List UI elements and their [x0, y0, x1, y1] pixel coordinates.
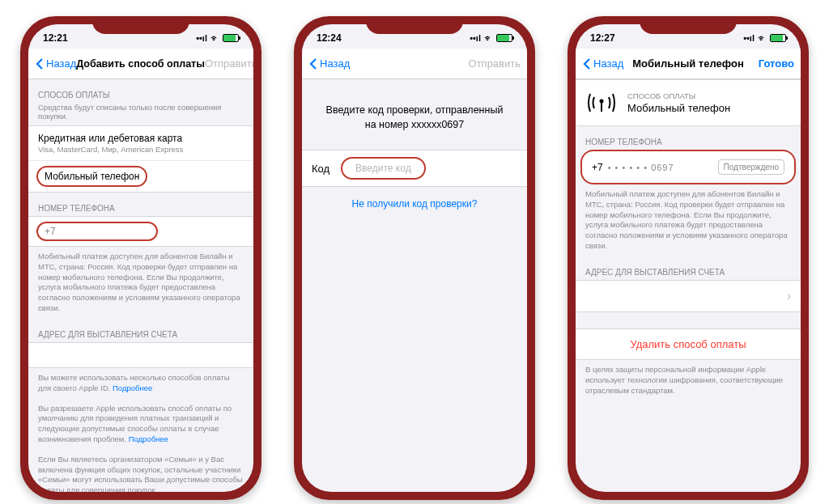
card-sub: Visa, MasterCard, Мир, American Express [38, 145, 244, 154]
footer-3: Если Вы являетесь организатором «Семьи» … [28, 450, 253, 492]
battery-icon [770, 34, 786, 42]
back-label: Назад [320, 57, 350, 70]
code-input-row[interactable]: Код Введите код [302, 150, 527, 187]
status-time: 12:21 [43, 32, 68, 44]
method-value: Мобильный телефон [627, 102, 730, 114]
phone-input-cell[interactable]: +7 [28, 217, 253, 246]
status-time: 12:27 [590, 32, 615, 44]
billing-group[interactable] [28, 342, 253, 368]
footer-2: Вы разрешаете Apple использовать способ … [28, 399, 253, 450]
payment-card-cell[interactable]: Кредитная или дебетовая карта Visa, Mast… [28, 126, 253, 161]
screen-2: 12:24 ••ıl ᯤ Назад Отправить Введите код… [302, 24, 527, 492]
notch [92, 16, 189, 34]
phone-group: +7 [28, 216, 253, 247]
phone-footer: Мобильный платеж доступен для абонентов … [576, 184, 801, 256]
cellular-icon: ••ıl [743, 33, 755, 43]
section-phone: НОМЕР ТЕЛЕФОНА [28, 193, 253, 216]
payment-mobile-cell[interactable]: Мобильный телефон [28, 161, 253, 192]
section-billing: АДРЕС ДЛЯ ВЫСТАВЛЕНИЯ СЧЕТА [576, 256, 801, 280]
method-text: СПОСОБ ОПЛАТЫ Мобильный телефон [627, 91, 730, 114]
phone-prefix: +7 [592, 162, 603, 173]
notch [640, 16, 737, 34]
phone-input-highlight: +7 [36, 222, 158, 241]
phone-prefix: +7 [45, 226, 56, 237]
learn-more-1[interactable]: Подробнее [113, 383, 152, 392]
svg-point-0 [600, 100, 604, 104]
back-button[interactable]: Назад [35, 57, 76, 70]
phone-masked: • • • • • • 0697 [608, 163, 674, 172]
card-title: Кредитная или дебетовая карта [38, 133, 244, 144]
resend-section: Не получили код проверки? [302, 187, 527, 221]
phone-1: 12:21 ••ıl ᯤ Назад Добавить способ оплат… [20, 16, 261, 500]
phone-3: 12:27 ••ıl ᯤ Назад Мобильный телефон Гот… [568, 16, 809, 500]
chevron-left-icon [308, 57, 318, 70]
nav-bar: Назад Добавить способ оплаты Отправить [28, 49, 253, 79]
section-billing: АДРЕС ДЛЯ ВЫСТАВЛЕНИЯ СЧЕТА [28, 319, 253, 342]
phone-2: 12:24 ••ıl ᯤ Назад Отправить Введите код… [294, 16, 535, 500]
method-label: СПОСОБ ОПЛАТЫ [627, 91, 730, 100]
submit-button[interactable]: Отправить [469, 57, 521, 70]
chevron-right-icon: › [787, 289, 791, 303]
security-footer: В целях защиты персональной информации A… [576, 360, 801, 400]
code-input[interactable]: Введите код [341, 157, 426, 180]
code-label: Код [312, 163, 329, 175]
mobile-highlight: Мобильный телефон [36, 166, 147, 187]
section-payment-method: СПОСОБ ОПЛАТЫ [28, 79, 253, 103]
screen-1: 12:21 ••ıl ᯤ Назад Добавить способ оплат… [28, 24, 253, 492]
back-button[interactable]: Назад [308, 57, 350, 70]
status-time: 12:24 [317, 32, 342, 44]
billing-row[interactable]: › [576, 280, 801, 312]
back-label: Назад [46, 57, 76, 70]
status-right: ••ıl ᯤ [470, 33, 512, 43]
cellular-icon: ••ıl [470, 33, 481, 43]
current-method: СПОСОБ ОПЛАТЫ Мобильный телефон [576, 79, 801, 126]
section-payment-sub: Средства будут списаны только после сове… [28, 103, 253, 125]
wifi-icon: ᯤ [484, 33, 493, 43]
content: СПОСОБ ОПЛАТЫ Мобильный телефон НОМЕР ТЕ… [576, 79, 801, 400]
chevron-left-icon [35, 57, 45, 70]
wifi-icon: ᯤ [210, 33, 219, 43]
done-button[interactable]: Готово [759, 57, 794, 70]
mobile-title: Мобильный телефон [45, 171, 139, 182]
delete-payment-button[interactable]: Удалить способ оплаты [576, 328, 801, 360]
learn-more-2[interactable]: Подробнее [129, 434, 168, 443]
status-right: ••ıl ᯤ [743, 33, 786, 43]
cellular-icon: ••ıl [196, 33, 207, 43]
screen-3: 12:27 ••ıl ᯤ Назад Мобильный телефон Гот… [576, 24, 801, 492]
phone-footer: Мобильный платеж доступен для абонентов … [28, 247, 253, 319]
submit-button[interactable]: Отправить [205, 57, 253, 70]
confirmed-badge: Подтверждено [718, 159, 784, 175]
battery-icon [223, 34, 239, 42]
phone-confirmed-row[interactable]: +7 • • • • • • 0697 Подтверждено [580, 150, 796, 184]
verification-prompt: Введите код проверки, отправленный на но… [302, 79, 527, 150]
section-phone: НОМЕР ТЕЛЕФОНА [576, 126, 801, 150]
wifi-icon: ᯤ [758, 33, 767, 43]
nav-bar: Назад Мобильный телефон Готово [576, 49, 801, 79]
resend-link[interactable]: Не получили код проверки? [352, 198, 478, 210]
nav-title: Добавить способ оплаты [76, 58, 205, 70]
nav-title: Мобильный телефон [632, 57, 744, 70]
back-button[interactable]: Назад [582, 57, 623, 70]
footer-1: Вы можете использовать несколько способо… [28, 368, 253, 399]
chevron-left-icon [582, 57, 592, 70]
payment-methods: Кредитная или дебетовая карта Visa, Mast… [28, 125, 253, 193]
back-label: Назад [593, 57, 623, 70]
content: СПОСОБ ОПЛАТЫ Средства будут списаны тол… [28, 79, 253, 492]
notch [366, 16, 463, 34]
battery-icon [496, 34, 512, 42]
content: Введите код проверки, отправленный на но… [302, 79, 527, 221]
nav-bar: Назад Отправить [302, 49, 527, 79]
antenna-icon [585, 90, 618, 116]
status-right: ••ıl ᯤ [196, 33, 239, 43]
